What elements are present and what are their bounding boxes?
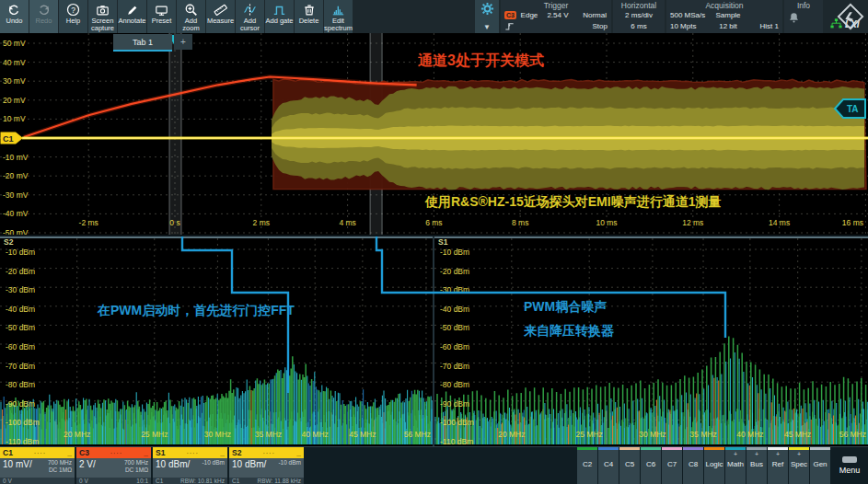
toolbar-button-label: Measure [207,17,234,25]
dbm-tick-label: -100 dBm [440,418,474,427]
voltage-tick-label: -20 mV [3,171,29,180]
toolbar-button-label: Preset [152,17,172,25]
dbm-tick-label: -90 dBm [440,399,469,409]
channel-c1-axis-tag[interactable]: C1 [0,131,24,145]
signal-card-s2[interactable]: S2····_10 dBm/-10 dBmC1RBW: 11.88 kHz [229,447,304,484]
toolbar-button-measure[interactable]: Measure [206,0,235,33]
toolbar-button-delete[interactable]: Delete [295,0,323,33]
time-domain-plot[interactable]: 50 mV40 mV30 mV20 mV10 mV-10 mV-20 mV-30… [0,33,868,235]
spectrum-plot-s1[interactable]: -10 dBm-20 dBm-30 dBm-40 dBm-50 dBm-60 d… [434,236,868,448]
minimize-icon[interactable]: _ [144,448,148,457]
dbm-tick-label: -40 dBm [6,305,35,314]
channel-button-c8[interactable]: C8 [683,447,703,484]
time-tick-label: 10 ms [596,218,617,227]
channel-button-c4[interactable]: C4 [598,447,619,484]
channel-color-stripe [619,447,640,450]
time-tick-label: 8 ms [512,218,528,227]
toolbar-button-label: Redo [36,17,52,25]
toolbar-button-help[interactable]: ?Help [59,0,87,33]
frequency-tick-label: 25 MHz [575,430,602,439]
drag-handle-icon: ···· [13,450,67,456]
dbm-tick-label: -50 dBm [440,323,469,332]
time-tick-label: 0 s [169,218,179,227]
frequency-tick-label: 20 MHz [498,430,525,439]
toolbar-button-undo[interactable]: Undo [0,0,29,33]
channel-button-c2[interactable]: C2 [577,447,597,484]
undo-icon [7,3,21,17]
signal-card-footer-left: 0 V [3,478,12,484]
signal-card-scale: 10 dBm/ [232,459,266,478]
toolbar-button-add-zoom[interactable]: Add zoom [177,0,205,33]
toolbar-button-preset[interactable]: Preset [147,0,176,33]
channel-color-stripe [683,447,703,450]
spectrum-plot-s2[interactable]: -10 dBm-20 dBm-30 dBm-40 dBm-50 dBm-60 d… [0,236,433,448]
bell-icon [788,11,819,24]
trigger-mode: Normal [573,10,607,21]
channel-button-c7[interactable]: C7 [662,447,682,484]
signal-card-info2: DC 1MΩ [124,467,148,474]
minimize-icon[interactable]: _ [296,448,301,457]
trigger-action-flag[interactable]: TA [833,97,867,121]
voltage-tick-label: 10 mV [3,114,26,123]
channel-button-bus[interactable]: +Bus [746,447,767,484]
toolbar-button-label: Add zoom [177,17,205,33]
menu-button[interactable]: Menu [831,447,868,484]
toolbar-button-edit-spectrum[interactable]: Edit spectrum [324,0,353,33]
dbm-tick-label: -90 dBm [6,399,35,409]
spectrum-divider [433,236,434,446]
chevron-down-icon: ▼ [483,23,491,31]
channel-color-stripe [598,447,619,450]
voltage-tick-label: -30 mV [3,190,29,200]
menu-label: Menu [839,466,861,475]
info-panel[interactable]: Info [784,0,823,33]
voltage-tick-label: -40 mV [3,209,29,218]
toolbar-button-screen-capture[interactable]: Screen capture [88,0,117,33]
acq-rate: 500 MSa/s [670,10,711,21]
dbm-tick-label: -110 dBm [440,437,473,446]
channel-button-gen[interactable]: Gen [810,447,830,484]
trigger-panel[interactable]: Trigger C3 Edge 2.54 V Normal Stop [501,0,611,33]
signal-card-c3[interactable]: C3····_2 V/700 MHzDC 1MΩ0 V10:1 [76,447,151,484]
channel-button-label: C6 [646,460,655,468]
channel-button-label: Logic [705,460,723,468]
channel-color-stripe [641,447,661,450]
settings-button[interactable]: ▼ [475,0,499,33]
channel-button-ref[interactable]: +Ref [768,447,788,484]
channel-button-c6[interactable]: C6 [641,447,661,484]
channel-button-spec[interactable]: +Spec [789,447,809,484]
toolbar-button-add-cursor[interactable]: Add cursor [236,0,264,33]
dbm-tick-label: -40 dBm [440,305,469,314]
trigger-state: Stop [593,21,608,32]
rohde-schwarz-logo [837,3,864,30]
frequency-tick-label: 30 MHz [204,430,231,439]
add-tab-button[interactable]: + [174,34,192,50]
minimize-icon[interactable]: _ [220,448,225,457]
signal-card-scale: 2 V/ [79,459,96,478]
trash-icon [303,3,316,17]
frequency-tick-label: 56 MHz [404,430,431,439]
time-tick-label: 16 ms [842,218,863,227]
channel-button-c5[interactable]: C5 [619,447,640,484]
acquisition-panel[interactable]: Acquisition 500 MSa/s Sample 10 Mpts 12 … [666,0,782,33]
channel-color-stripe [662,447,682,450]
minimize-icon[interactable]: _ [67,448,72,457]
channel-button-logic[interactable]: Logic [704,447,724,484]
drag-handle-icon: ···· [165,450,220,456]
signal-card-info2: -10 dBm [278,459,301,467]
signal-card-s1[interactable]: S1····_10 dBm/-10 dBmC1RBW: 10.81 kHz [153,447,227,484]
acq-points: 10 Mpts [670,21,711,32]
dbm-tick-label: -100 dBm [6,418,40,427]
channel-button-math[interactable]: +Math [725,447,746,484]
signal-card-id: C1 [3,448,13,457]
toolbar-button-add-gate[interactable]: Add gate [265,0,294,33]
drag-handle-icon: ···· [241,450,296,456]
signal-card-c1[interactable]: C1····_10 mV/700 MHzDC 1MΩ0 V [0,447,75,484]
signal-card-scale: 10 mV/ [3,459,32,478]
toolbar-button-annotate[interactable]: Annotate [118,0,146,33]
toolbar-button-label: Help [66,17,80,25]
tab-tab1[interactable]: Tab 1 [113,34,172,52]
trigger-level: 2.54 V [542,10,573,21]
signal-card-footer-right: RBW: 11.88 kHz [258,478,301,484]
frequency-tick-label: 25 MHz [141,430,168,439]
horizontal-panel[interactable]: Horizontal 2 ms/div 6 ms [613,0,665,33]
